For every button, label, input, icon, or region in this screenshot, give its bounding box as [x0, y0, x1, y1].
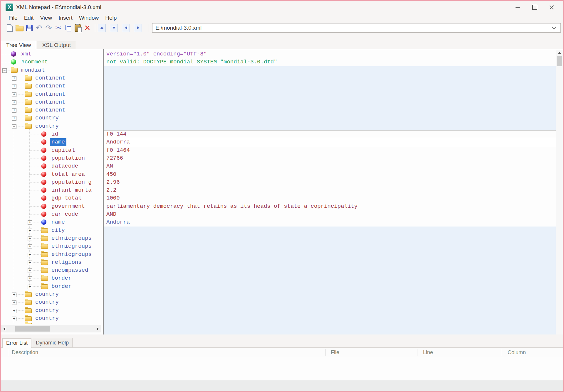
cut-button[interactable]	[53, 23, 63, 33]
tree-node-#comment[interactable]: #comment	[1, 58, 102, 66]
tree-node-country[interactable]: +country	[1, 298, 102, 306]
tab-xsl-output[interactable]: XSL Output	[37, 41, 76, 49]
expand-plus-icon[interactable]: +	[12, 116, 16, 121]
expand-plus-icon[interactable]: +	[28, 229, 32, 233]
tab-dynamic-help[interactable]: Dynamic Help	[32, 338, 73, 347]
minimize-button[interactable]	[509, 2, 526, 13]
scroll-up-arrow-icon[interactable]	[556, 50, 563, 56]
open-file-button[interactable]	[15, 23, 24, 33]
menu-help[interactable]: Help	[102, 15, 120, 21]
expand-plus-icon[interactable]: +	[28, 220, 32, 225]
expand-plus-icon[interactable]: +	[28, 261, 32, 265]
expand-plus-icon[interactable]: +	[12, 92, 16, 97]
column-header-file[interactable]: File	[331, 348, 339, 357]
menu-file[interactable]: File	[5, 15, 21, 21]
scroll-left-arrow-icon[interactable]	[1, 325, 7, 332]
tree-node-continent[interactable]: +continent	[1, 82, 102, 90]
menu-view[interactable]: View	[37, 15, 55, 21]
expand-plus-icon[interactable]: +	[12, 84, 16, 89]
expand-plus-icon[interactable]: +	[28, 253, 32, 257]
tree-node-encompassed[interactable]: +encompassed	[1, 266, 102, 274]
tree-node-government[interactable]: government	[1, 202, 102, 210]
tree-node-continent[interactable]: +continent	[1, 98, 102, 106]
nudge-right-button[interactable]	[134, 24, 142, 32]
nudge-down-button[interactable]	[110, 24, 118, 32]
menu-insert[interactable]: Insert	[55, 15, 76, 21]
nudge-up-button[interactable]	[98, 24, 106, 32]
value-edit-box[interactable]	[104, 138, 556, 147]
redo-button[interactable]	[44, 23, 53, 33]
expand-plus-icon[interactable]: +	[12, 309, 16, 313]
tree-horizontal-scrollbar[interactable]	[1, 325, 101, 332]
tree-node-population_g[interactable]: population_g	[1, 178, 102, 186]
expand-plus-icon[interactable]: +	[12, 293, 16, 297]
delete-button[interactable]	[83, 23, 92, 33]
value-vscroll-thumb[interactable]	[557, 56, 562, 66]
tree-node-country[interactable]: +country	[1, 307, 102, 315]
tree-node-country[interactable]: +country	[1, 114, 102, 122]
value-cell[interactable]: Andorra	[104, 138, 130, 146]
tree-node-religions[interactable]: +religions	[1, 258, 102, 266]
tab-tree-view[interactable]: Tree View	[1, 41, 36, 49]
tree-node-continent[interactable]: +continent	[1, 90, 102, 98]
tree-node-id[interactable]: id	[1, 130, 102, 138]
expand-plus-icon[interactable]: +	[28, 268, 32, 273]
expand-plus-icon[interactable]: +	[12, 108, 16, 113]
value-vertical-scrollbar[interactable]	[556, 50, 563, 334]
tree-node-name[interactable]: name	[1, 138, 102, 146]
tree-node-border[interactable]: +border	[1, 274, 102, 282]
tree-hscroll-thumb[interactable]	[15, 326, 50, 332]
new-document-button[interactable]	[5, 23, 15, 33]
expand-plus-icon[interactable]: +	[28, 276, 32, 281]
tree-node-country[interactable]: −country	[1, 122, 102, 130]
collapse-minus-icon[interactable]: −	[12, 124, 16, 129]
address-combobox[interactable]: E:\mondial-3.0.xml	[152, 23, 561, 33]
tree-node-country[interactable]: +country	[1, 315, 102, 322]
tree-node-partial[interactable]	[1, 322, 102, 324]
tree-node-name[interactable]: +name	[1, 218, 102, 226]
copy-button[interactable]	[63, 23, 73, 33]
collapse-minus-icon[interactable]: −	[2, 68, 7, 73]
tree-node-mondial[interactable]: −mondial	[1, 66, 102, 74]
expand-plus-icon[interactable]: +	[28, 285, 32, 289]
tree-node-ethnicgroups[interactable]: +ethnicgroups	[1, 242, 102, 250]
tree-node-city[interactable]: +city	[1, 227, 102, 234]
expand-plus-icon[interactable]: +	[12, 317, 16, 321]
expand-plus-icon[interactable]: +	[12, 300, 16, 305]
tree-node-border[interactable]: +border	[1, 283, 102, 290]
tree-node-population[interactable]: population	[1, 154, 102, 162]
tree-node-infant_morta[interactable]: infant_morta	[1, 186, 102, 194]
menu-edit[interactable]: Edit	[21, 15, 37, 21]
expand-plus-icon[interactable]: +	[28, 244, 32, 249]
undo-button[interactable]	[34, 23, 44, 33]
tree-node-country[interactable]: +country	[1, 290, 102, 298]
tree-node-label: car_code	[51, 210, 78, 218]
tree-node-continent[interactable]: +continent	[1, 74, 102, 82]
maximize-button[interactable]	[526, 2, 543, 13]
expand-plus-icon[interactable]: +	[12, 76, 16, 81]
paste-button[interactable]	[73, 23, 83, 33]
sphere-red-icon	[41, 163, 46, 169]
save-button[interactable]	[24, 23, 34, 33]
tree-node-datacode[interactable]: datacode	[1, 162, 102, 170]
tree-node-ethnicgroups[interactable]: +ethnicgroups	[1, 251, 102, 258]
tree-node-ethnicgroups[interactable]: +ethnicgroups	[1, 234, 102, 242]
column-header-description[interactable]: Description	[12, 348, 38, 357]
column-header-column[interactable]: Column	[508, 348, 526, 357]
close-button[interactable]	[543, 2, 560, 13]
column-header-line[interactable]: Line	[423, 348, 433, 357]
address-dropdown-icon[interactable]	[552, 25, 557, 30]
menu-window[interactable]: Window	[76, 15, 102, 21]
tree-node-label: gdp_total	[51, 194, 82, 202]
expand-plus-icon[interactable]: +	[12, 100, 16, 105]
scroll-right-arrow-icon[interactable]	[95, 325, 101, 332]
expand-plus-icon[interactable]: +	[28, 236, 32, 241]
tree-node-car_code[interactable]: car_code	[1, 210, 102, 218]
tab-error-list[interactable]: Error List	[2, 338, 31, 348]
tree-node-gdp_total[interactable]: gdp_total	[1, 194, 102, 202]
tree-node-xml[interactable]: xml	[1, 50, 102, 58]
nudge-left-button[interactable]	[122, 24, 130, 32]
tree-node-continent[interactable]: +continent	[1, 106, 102, 114]
tree-node-capital[interactable]: capital	[1, 146, 102, 154]
tree-node-total_area[interactable]: total_area	[1, 170, 102, 178]
